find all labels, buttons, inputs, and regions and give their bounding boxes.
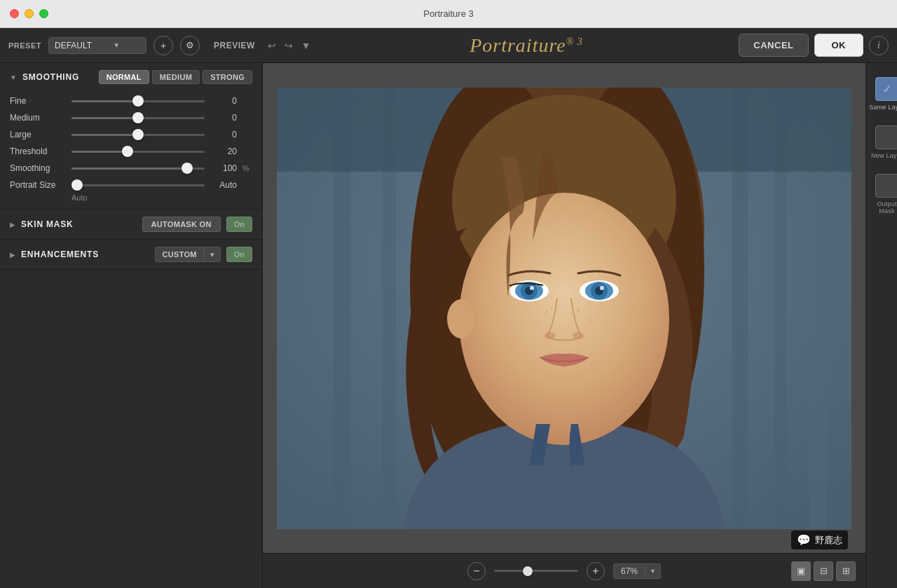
fine-slider[interactable] [71,95,205,107]
smoothing-slider-row: Smoothing 100 % [10,163,252,174]
portrait-size-value: Auto [210,180,237,190]
watermark: 💬 野鹿志 [791,531,848,549]
enhancements-collapse-icon[interactable]: ▶ [10,251,15,259]
custom-dropdown-arrow-icon: ▼ [204,248,220,261]
zoom-value-box[interactable]: 67% ▼ [613,563,661,579]
large-value: 0 [210,130,237,139]
skin-mask-title: SKIN MASK [21,219,137,229]
redo-icon[interactable]: ↪ [282,39,296,53]
image-container [263,63,865,553]
portrait-size-sub: Auto [10,193,252,202]
undo-icon[interactable]: ↩ [265,39,279,53]
split-view-button[interactable]: ⊟ [814,561,833,581]
fine-slider-row: Fine 0 [10,95,252,107]
preview-controls: ↩ ↪ ▼ [265,39,314,53]
skin-mask-section: ▶ SKIN MASK AUTOMASK ON On [0,210,262,240]
split-view-icon: ⊟ [820,566,828,576]
preset-dropdown[interactable]: DEFAULT ▼ [48,37,146,54]
svg-point-28 [545,310,548,313]
svg-point-33 [590,319,592,321]
cancel-button[interactable]: CANCEL [739,34,808,57]
center-area: − + 67% ▼ ▣ ⊟ ⊞ [263,63,865,588]
dual-view-icon: ⊞ [842,566,850,576]
left-panel: ▼ SMOOTHING NORMAL MEDIUM STRONG Fine [0,63,263,588]
smoothing-unit: % [242,164,252,172]
svg-point-15 [459,193,669,445]
normal-button[interactable]: NORMAL [99,70,149,84]
custom-dropdown[interactable]: CUSTOM ▼ [155,247,221,262]
zoom-slider[interactable] [494,570,578,572]
zoom-in-button[interactable]: + [587,562,605,580]
preview-dropdown-icon[interactable]: ▼ [299,39,314,53]
gear-icon: ⚙ [186,40,194,50]
svg-point-34 [447,299,475,339]
smoothing-slider-label: Smoothing [10,163,66,173]
large-slider[interactable] [71,129,205,140]
skin-mask-on-button[interactable]: On [226,217,252,232]
preset-dropdown-arrow-icon: ▼ [113,41,120,49]
main-layout: ▼ SMOOTHING NORMAL MEDIUM STRONG Fine [0,63,897,588]
threshold-value: 20 [210,146,237,156]
new-layer-box [875,125,898,149]
svg-point-30 [577,309,580,312]
enhancements-header: ▶ ENHANCEMENTS CUSTOM ▼ On [0,240,262,269]
smoothing-slider[interactable] [71,163,205,174]
info-button[interactable]: i [869,36,889,55]
logo-area: Portraiture® 3 [321,34,732,57]
single-view-icon: ▣ [797,566,805,576]
new-layer-option[interactable]: New Layer [866,118,897,167]
dual-view-button[interactable]: ⊞ [836,561,856,581]
enhancements-title: ENHANCEMENTS [21,249,149,259]
threshold-label: Threshold [10,146,66,156]
smoothing-collapse-icon[interactable]: ▼ [10,74,17,81]
medium-slider-row: Medium 0 [10,112,252,123]
window-title: Portraiture 3 [423,8,474,19]
output-mask-label: Output Mask [869,200,897,216]
svg-point-29 [551,307,553,309]
add-preset-button[interactable]: + [153,36,173,55]
sliders-area: Fine 0 Medium [0,91,262,209]
maximize-btn[interactable] [39,9,48,18]
strong-button[interactable]: STRONG [203,70,252,84]
medium-label: Medium [10,113,66,123]
portrait-image [277,88,851,529]
medium-button[interactable]: MEDIUM [152,70,200,84]
preset-label: PRESET [8,41,41,50]
svg-point-26 [545,332,556,339]
close-btn[interactable] [10,9,19,18]
preview-label: PREVIEW [214,41,255,50]
plus-icon: + [160,40,166,51]
large-slider-row: Large 0 [10,129,252,140]
output-mask-option[interactable]: Output Mask [866,167,897,223]
large-label: Large [10,130,66,139]
automask-button[interactable]: AUTOMASK ON [142,217,221,232]
zoom-out-button[interactable]: − [467,562,486,580]
skin-mask-collapse-icon[interactable]: ▶ [10,221,15,228]
medium-value: 0 [210,113,237,123]
minimize-btn[interactable] [25,9,34,18]
medium-slider[interactable] [71,112,205,123]
custom-value: CUSTOM [156,247,204,261]
svg-point-20 [530,286,534,290]
toolbar: PRESET DEFAULT ▼ + ⚙ PREVIEW ↩ ↪ ▼ Portr… [0,28,897,63]
toolbar-actions: CANCEL OK i [739,34,889,57]
portrait-svg [277,88,851,529]
checkmark-icon: ✓ [882,83,891,96]
logo-text: Portraiture® 3 [470,34,583,57]
view-buttons: ▣ ⊟ ⊞ [791,561,856,581]
skin-mask-header: ▶ SKIN MASK AUTOMASK ON On [0,210,262,239]
smoothing-section: ▼ SMOOTHING NORMAL MEDIUM STRONG Fine [0,63,262,210]
portrait-size-row: Portrait Size Auto [10,179,252,191]
ok-button[interactable]: OK [814,34,864,57]
portrait-size-slider[interactable] [71,179,205,191]
same-layer-option[interactable]: ✓ Same Layer [866,70,897,118]
enhancements-on-button[interactable]: On [226,247,252,262]
threshold-slider[interactable] [71,146,205,157]
settings-button[interactable]: ⚙ [180,36,200,55]
single-view-button[interactable]: ▣ [791,561,811,581]
wechat-icon: 💬 [797,533,811,547]
right-panel: ✓ Same Layer New Layer Output Mask [865,63,897,588]
svg-point-27 [573,332,584,339]
svg-point-25 [600,286,604,290]
threshold-slider-row: Threshold 20 [10,146,252,157]
